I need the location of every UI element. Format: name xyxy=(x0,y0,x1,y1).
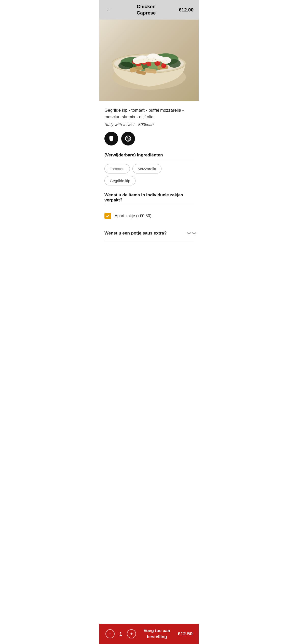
ingredient-chip[interactable]: Tomaten xyxy=(104,164,130,173)
svg-point-32 xyxy=(148,57,148,58)
back-button[interactable]: ← xyxy=(104,7,114,13)
apart-zakje-label: Apart zakje (+€0.50) xyxy=(115,214,152,218)
expand-sauce-icon[interactable]: ❯ ❯ xyxy=(187,231,197,235)
bottom-bar: − 1 + Voeg toe aanbestelling €12.50 xyxy=(99,624,199,644)
apart-zakje-checkbox[interactable] xyxy=(104,213,111,219)
ingredient-chip[interactable]: Gegrilde kip xyxy=(104,176,136,185)
ingredients-row: TomatenMozzarellaGegrilde kip xyxy=(104,164,194,185)
decrease-quantity-button[interactable]: − xyxy=(105,629,115,638)
food-image xyxy=(99,20,199,101)
page-title: ChickenCaprese xyxy=(114,4,179,16)
product-tagline: *Italy with a twist - 500kcal* xyxy=(104,123,194,127)
ingredient-chip[interactable]: Mozzarella xyxy=(132,164,162,173)
svg-point-29 xyxy=(166,60,167,62)
header: ← ChickenCaprese €12.00 xyxy=(99,0,199,20)
increase-quantity-button[interactable]: + xyxy=(127,629,136,638)
ingredients-section-header: (Verwijderbare) Ingrediënten xyxy=(104,153,194,160)
food-image-container xyxy=(99,20,199,101)
svg-rect-36 xyxy=(111,138,112,139)
total-price: €12.50 xyxy=(178,631,193,637)
product-description: Gegrilde kip - tomaat - buffel mozzarell… xyxy=(104,107,194,120)
quantity-controls: − 1 + xyxy=(105,629,136,638)
dairy-icon xyxy=(104,132,118,145)
quantity-display: 1 xyxy=(118,631,123,637)
sauce-section-header-row: Wenst u een potje saus extra? ❯ ❯ xyxy=(104,228,194,240)
sauce-section: Wenst u een potje saus extra? ❯ ❯ xyxy=(104,228,194,240)
packaging-section: Wenst u de items in individuele zakjes v… xyxy=(104,193,194,223)
packaging-option[interactable]: Apart zakje (+€0.50) xyxy=(104,209,194,223)
main-content: Gegrilde kip - tomaat - buffel mozzarell… xyxy=(99,101,199,278)
add-to-order-button[interactable]: Voeg toe aanbestelling xyxy=(136,628,178,640)
header-price: €12.00 xyxy=(179,7,194,13)
diet-icons-row xyxy=(104,132,194,145)
sauce-section-header: Wenst u een potje saus extra? xyxy=(104,231,167,236)
packaging-section-header: Wenst u de items in individuele zakjes v… xyxy=(104,193,194,205)
svg-point-34 xyxy=(132,58,166,69)
no-ingredient-icon xyxy=(121,132,135,145)
